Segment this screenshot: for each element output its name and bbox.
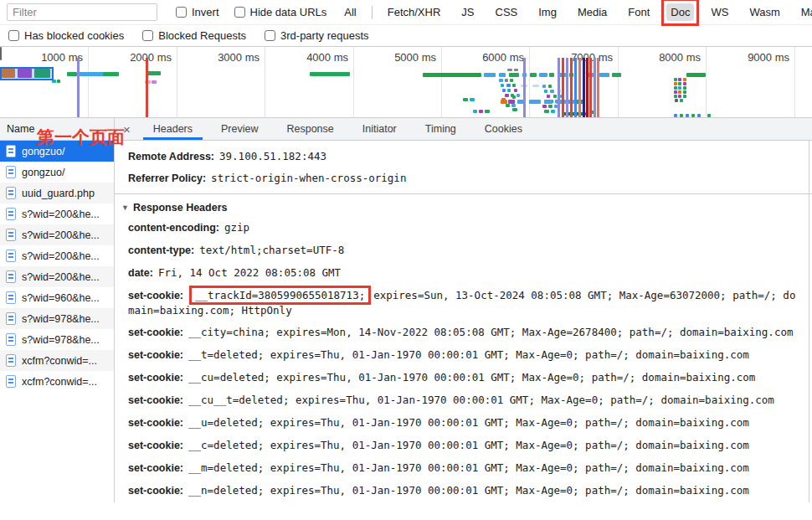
waterfall-bar xyxy=(423,73,481,77)
tab-timing[interactable]: Timing xyxy=(415,118,466,140)
remote-address-label: Remote Address: xyxy=(128,151,214,162)
request-row[interactable]: s?wid=960&he... xyxy=(0,287,114,308)
header-name: content-type: xyxy=(128,245,194,256)
scrollbar-track[interactable] xyxy=(809,141,809,502)
filter-input[interactable] xyxy=(7,3,157,21)
network-filter-toolbar-row2: Has blocked cookiesBlocked Requests3rd-p… xyxy=(0,25,812,47)
waterfall-bar xyxy=(548,85,552,88)
filter-pill-doc[interactable]: Doc xyxy=(666,3,694,21)
waterfall-bar xyxy=(544,110,549,113)
checkbox-icon[interactable] xyxy=(234,7,245,18)
request-row[interactable]: gongzuo/ xyxy=(0,162,114,183)
waterfall-bar xyxy=(152,80,157,84)
request-row[interactable]: s?wid=978&he... xyxy=(0,329,114,350)
headers-pane: Remote Address:39.100.51.182:443Referrer… xyxy=(115,141,812,502)
document-icon xyxy=(6,354,16,367)
name-column-header[interactable]: Name xyxy=(0,118,114,141)
invert-checkbox[interactable]: Invert xyxy=(176,6,219,18)
blocked-requests-checkbox[interactable]: Blocked Requests xyxy=(142,29,246,42)
tab-preview[interactable]: Preview xyxy=(211,118,268,140)
filter-pill-manifest[interactable]: Manifest xyxy=(797,3,812,21)
network-overview-timeline[interactable]: 1000 ms2000 ms3000 ms4000 ms5000 ms6000 … xyxy=(0,47,812,118)
request-name: xcfm?conwid=... xyxy=(22,376,97,388)
waterfall-bar xyxy=(548,105,552,108)
waterfall-bar xyxy=(612,73,621,77)
filter-pill-fetch-xhr[interactable]: Fetch/XHR xyxy=(383,3,445,21)
waterfall-bar xyxy=(484,73,496,77)
waterfall-bar xyxy=(501,100,507,104)
request-row[interactable]: s?wid=200&he... xyxy=(0,266,114,287)
has-blocked-cookies-checkbox[interactable]: Has blocked cookies xyxy=(8,29,124,42)
request-row[interactable]: gongzuo/ xyxy=(0,141,114,162)
tab-cookies[interactable]: Cookies xyxy=(475,118,532,140)
waterfall-bar xyxy=(514,89,517,92)
filter-pill-ws[interactable]: WS xyxy=(707,3,732,21)
tab-headers[interactable]: Headers xyxy=(143,118,203,140)
event-marker-line xyxy=(570,58,573,117)
header-row: set-cookie:__city=china; expires=Mon, 14… xyxy=(115,322,812,344)
event-marker-line xyxy=(594,58,596,117)
filter-pill-font[interactable]: Font xyxy=(624,3,654,21)
waterfall-bar xyxy=(57,80,60,83)
header-name: date: xyxy=(128,267,153,279)
overview-selection-box[interactable] xyxy=(0,67,54,80)
filter-pill-js[interactable]: JS xyxy=(457,3,478,21)
header-name: set-cookie: xyxy=(128,394,183,406)
header-row: set-cookie:__trackId=3805990655018713;ex… xyxy=(115,285,812,322)
waterfall-bar xyxy=(499,79,503,82)
remote-address-value: 39.100.51.182:443 xyxy=(219,150,326,162)
filter-pill-all[interactable]: All xyxy=(340,3,360,21)
has-blocked-cookies-label: Has blocked cookies xyxy=(24,29,124,42)
waterfall-bar xyxy=(67,72,77,76)
filter-pill-css[interactable]: CSS xyxy=(491,3,522,21)
request-name: s?wid=200&he... xyxy=(22,209,100,220)
header-name: content-encoding: xyxy=(128,222,219,234)
request-row[interactable]: s?wid=200&he... xyxy=(0,224,114,245)
request-row[interactable]: s?wid=978&he... xyxy=(0,308,114,329)
waterfall-bar xyxy=(508,100,515,104)
waterfall-bar xyxy=(506,84,511,87)
filter-pill-img[interactable]: Img xyxy=(534,3,561,21)
detail-tabbar: × HeadersPreviewResponseInitiatorTimingC… xyxy=(115,118,812,141)
waterfall-bar xyxy=(678,90,681,94)
collapse-triangle-icon[interactable]: ▼ xyxy=(121,203,129,212)
checkbox-icon[interactable] xyxy=(142,30,153,41)
filter-type-pills: AllFetch/XHRJSCSSImgMediaFontDocWSWasmMa… xyxy=(340,3,812,21)
referrer-policy-value: strict-origin-when-cross-origin xyxy=(211,172,406,184)
event-marker-line xyxy=(583,58,585,117)
request-name: uuid_guard.php xyxy=(22,188,95,199)
close-icon[interactable]: × xyxy=(123,122,131,136)
checkbox-icon[interactable] xyxy=(176,7,187,18)
waterfall-bar xyxy=(553,95,557,98)
header-value: __t=deleted; expires=Thu, 01-Jan-1970 00… xyxy=(188,348,749,361)
event-marker-line xyxy=(578,58,581,117)
document-icon xyxy=(6,229,16,241)
filter-pill-media[interactable]: Media xyxy=(573,3,611,21)
response-headers-section[interactable]: ▼ Response Headers xyxy=(115,194,812,217)
request-row[interactable]: s?wid=200&he... xyxy=(0,245,114,266)
document-icon xyxy=(6,312,16,325)
3rd-party-requests-checkbox[interactable]: 3rd-party requests xyxy=(265,29,369,42)
checkbox-icon[interactable] xyxy=(8,30,19,41)
waterfall-bar xyxy=(147,71,161,75)
waterfall-bar xyxy=(683,78,686,81)
request-row[interactable]: s?wid=200&he... xyxy=(0,203,114,224)
event-marker-line xyxy=(77,58,80,117)
waterfall-bar xyxy=(674,114,677,117)
name-column-label: Name xyxy=(7,123,34,135)
waterfall-bar xyxy=(683,90,686,94)
waterfall-bar xyxy=(499,73,506,77)
filter-pill-wasm[interactable]: Wasm xyxy=(745,3,784,21)
tab-initiator[interactable]: Initiator xyxy=(352,118,407,140)
hide-data-urls-checkbox[interactable]: Hide data URLs xyxy=(234,6,327,18)
header-name: set-cookie: xyxy=(128,349,183,361)
tab-response[interactable]: Response xyxy=(276,118,343,140)
request-row[interactable]: xcfm?conwid=... xyxy=(0,350,114,371)
waterfall-bar xyxy=(510,79,513,82)
header-row: content-encoding:gzip xyxy=(115,217,812,239)
header-value: gzip xyxy=(224,221,249,234)
waterfall-bar xyxy=(506,104,510,107)
request-row[interactable]: xcfm?conwid=... xyxy=(0,371,114,392)
request-row[interactable]: uuid_guard.php xyxy=(0,183,114,203)
checkbox-icon[interactable] xyxy=(265,30,275,41)
